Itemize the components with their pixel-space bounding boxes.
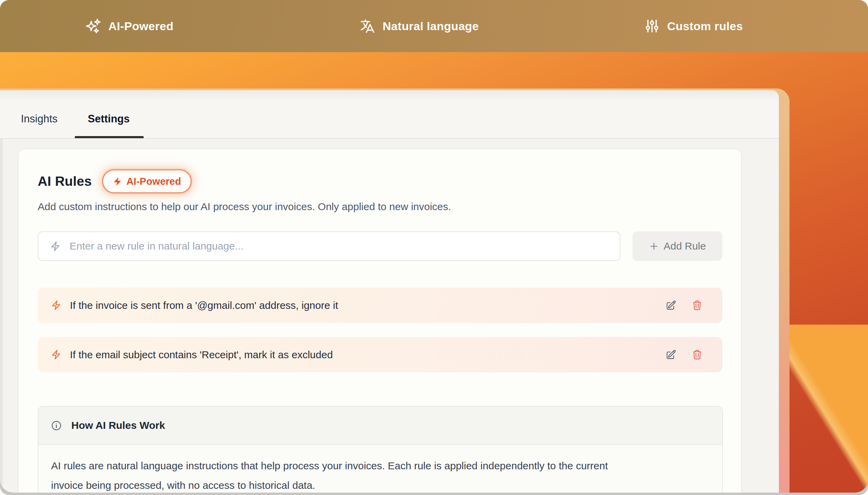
rule-actions — [666, 349, 722, 360]
feature-bar: AI-Powered Natural language Custom rules — [0, 0, 868, 52]
edit-icon[interactable] — [666, 349, 676, 360]
rule-actions — [666, 300, 722, 311]
rule-input-field[interactable] — [38, 231, 620, 261]
app-window: Insights Settings AI Rules AI-Powered Ad… — [0, 90, 779, 493]
page-title: AI Rules — [38, 174, 92, 189]
sparkles-icon — [85, 18, 101, 34]
feature-label: Custom rules — [667, 20, 743, 33]
bolt-icon — [51, 300, 61, 311]
feature-item-custom-rules: Custom rules — [644, 0, 743, 52]
bolt-icon — [51, 349, 61, 360]
feature-item-natural-language: Natural language — [359, 0, 479, 52]
badge-label: AI-Powered — [126, 176, 181, 187]
rule-row: If the invoice is sent from a '@gmail.co… — [38, 288, 722, 323]
info-box-title: How AI Rules Work — [71, 420, 165, 431]
window-left-edge — [0, 90, 3, 493]
add-rule-button[interactable]: Add Rule — [632, 231, 722, 261]
feature-label: AI-Powered — [108, 20, 173, 33]
trash-icon[interactable] — [692, 300, 702, 311]
ai-rules-card: AI Rules AI-Powered Add custom instructi… — [18, 148, 742, 493]
rule-input[interactable] — [70, 232, 620, 260]
bolt-icon — [50, 241, 61, 252]
tab-insights[interactable]: Insights — [21, 100, 58, 137]
add-rule-label: Add Rule — [664, 240, 706, 252]
active-tab-underline — [75, 136, 144, 138]
ai-powered-badge: AI-Powered — [102, 169, 192, 193]
info-box-body: AI rules are natural language instructio… — [38, 445, 722, 493]
tab-settings[interactable]: Settings — [88, 100, 130, 137]
panel-description: Add custom instructions to help our AI p… — [38, 201, 451, 213]
tab-bar: Insights Settings — [0, 90, 779, 139]
ai-rules-title-row: AI Rules AI-Powered — [38, 167, 192, 196]
language-icon — [359, 18, 376, 34]
desktop-wallpaper: AI-Powered Natural language Custom rules — [0, 0, 868, 493]
sliders-icon — [644, 18, 660, 34]
rule-text: If the invoice is sent from a '@gmail.co… — [70, 300, 338, 311]
feature-label: Natural language — [383, 20, 479, 33]
trash-icon[interactable] — [692, 349, 702, 360]
rule-row: If the email subject contains 'Receipt',… — [38, 337, 722, 372]
screenshot-stage: AI-Powered Natural language Custom rules — [0, 0, 868, 495]
bolt-icon — [113, 177, 122, 186]
info-circle-icon — [51, 420, 62, 431]
feature-item-ai-powered: AI-Powered — [85, 0, 173, 52]
edit-icon[interactable] — [666, 300, 676, 311]
rule-text: If the email subject contains 'Receipt',… — [70, 349, 333, 361]
info-box-text: AI rules are natural language instructio… — [51, 456, 709, 493]
info-box-header: How AI Rules Work — [38, 407, 722, 445]
how-ai-rules-work-box: How AI Rules Work AI rules are natural l… — [38, 406, 723, 493]
plus-icon — [649, 241, 659, 251]
